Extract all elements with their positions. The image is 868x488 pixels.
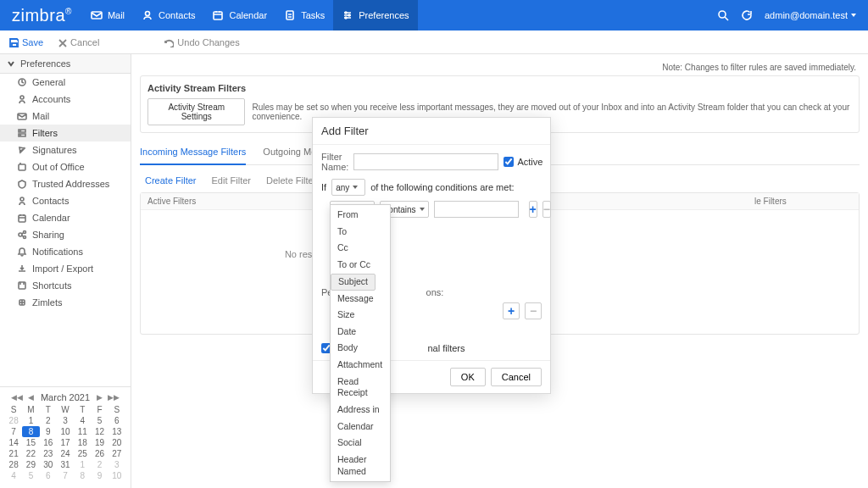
cal-day[interactable]: 1 [22,415,39,426]
cal-day[interactable]: 4 [5,470,22,481]
cal-day[interactable]: 3 [57,415,74,426]
condition-value-input[interactable] [434,201,519,218]
cal-day[interactable]: 17 [57,437,74,448]
cal-day[interactable]: 14 [5,437,22,448]
cal-day[interactable]: 15 [22,437,39,448]
cal-day[interactable]: 19 [91,437,108,448]
cal-day[interactable]: 23 [40,448,57,459]
dropdown-option[interactable]: To [331,224,390,241]
cal-day[interactable]: 2 [91,459,108,470]
nav-calendar[interactable]: Calendar [203,0,275,30]
cal-day[interactable]: 11 [74,426,91,437]
sidebar-item-notifications[interactable]: Notifications [0,243,131,260]
sidebar-item-mail[interactable]: Mail [0,108,131,125]
dropdown-option[interactable]: Cc [331,240,390,257]
cal-day[interactable]: 21 [5,448,22,459]
dropdown-option[interactable]: To or Cc [331,257,390,274]
cal-day[interactable]: 6 [108,415,125,426]
tab-incoming[interactable]: Incoming Message Filters [140,141,246,165]
cal-day[interactable]: 25 [74,448,91,459]
cal-day[interactable]: 13 [108,426,125,437]
add-action-button[interactable]: + [503,302,520,319]
dropdown-option[interactable]: Address in [331,402,390,419]
edit-filter[interactable]: Edit Filter [212,175,251,186]
sidebar-header[interactable]: Preferences [0,54,131,74]
cal-day[interactable]: 10 [108,470,125,481]
cal-day[interactable]: 7 [57,470,74,481]
cal-day[interactable]: 31 [57,459,74,470]
dropdown-option[interactable]: Body [331,340,390,357]
add-condition-button[interactable]: + [529,201,537,218]
cal-day[interactable]: 26 [91,448,108,459]
cal-day[interactable]: 8 [74,470,91,481]
nav-mail[interactable]: Mail [82,0,133,30]
cal-day[interactable]: 12 [91,426,108,437]
dialog-cancel-button[interactable]: Cancel [491,368,542,386]
cal-day[interactable]: 16 [40,437,57,448]
dropdown-option[interactable]: Date [331,324,390,341]
match-select[interactable]: any [331,179,365,196]
cal-day[interactable]: 5 [22,470,39,481]
cal-day[interactable]: 27 [108,448,125,459]
cal-day[interactable]: 28 [5,459,22,470]
user-menu[interactable]: admin@domain.test [765,10,856,20]
cancel-button[interactable]: Cancel [57,37,99,47]
sidebar-item-accounts[interactable]: Accounts [0,91,131,108]
cal-prev-month[interactable]: ◀ [28,393,34,402]
dropdown-option[interactable]: Read Receipt [331,374,390,402]
cal-day[interactable]: 4 [74,415,91,426]
dropdown-option[interactable]: From [331,207,390,224]
dropdown-option[interactable]: Attachment [331,357,390,374]
refresh-button[interactable] [741,9,753,21]
remove-action-button[interactable]: − [525,302,542,319]
delete-filter[interactable]: Delete Filter [266,175,316,186]
save-button[interactable]: Save [8,37,43,47]
cal-day[interactable]: 3 [108,459,125,470]
cal-day[interactable]: 28 [5,415,22,426]
cal-day[interactable]: 10 [57,426,74,437]
cal-day[interactable]: 18 [74,437,91,448]
sidebar-item-out-of-office[interactable]: Out of Office [0,158,131,175]
cal-day[interactable]: 8 [22,426,39,437]
dropdown-option[interactable]: Social [331,435,390,452]
sidebar-item-trusted-addresses[interactable]: Trusted Addresses [0,175,131,192]
nav-contacts[interactable]: Contacts [133,0,203,30]
sidebar-item-zimlets[interactable]: Zimlets [0,294,131,311]
activity-stream-settings-button[interactable]: Activity Stream Settings [147,98,245,125]
nav-preferences[interactable]: Preferences [333,0,417,30]
create-filter[interactable]: Create Filter [145,175,197,186]
sidebar-item-shortcuts[interactable]: Shortcuts [0,277,131,294]
sidebar-item-contacts[interactable]: Contacts [0,192,131,209]
filter-name-input[interactable] [353,153,498,170]
dropdown-option[interactable]: Header Named [331,452,390,480]
dropdown-option[interactable]: Size [331,307,390,324]
cal-day[interactable]: 9 [40,426,57,437]
cal-day[interactable]: 22 [22,448,39,459]
dropdown-option[interactable]: Calendar [331,419,390,435]
cal-next-year[interactable]: ▶▶ [108,393,120,402]
dropdown-option[interactable]: Subject [331,274,376,291]
sidebar-item-general[interactable]: General [0,74,131,91]
cal-next-month[interactable]: ▶ [97,393,103,402]
cal-day[interactable]: 5 [91,415,108,426]
sidebar-item-import-export[interactable]: Import / Export [0,260,131,277]
cal-prev-year[interactable]: ◀◀ [11,393,23,402]
ok-button[interactable]: OK [450,368,486,386]
undo-button[interactable]: Undo Changes [164,37,239,47]
sidebar-item-filters[interactable]: Filters [0,125,131,141]
sidebar-item-signatures[interactable]: Signatures [0,141,131,158]
search-button[interactable] [717,9,729,21]
sidebar-item-sharing[interactable]: Sharing [0,226,131,243]
cal-day[interactable]: 1 [74,459,91,470]
cal-day[interactable]: 2 [40,415,57,426]
remove-condition-button[interactable]: − [542,201,551,218]
cal-day[interactable]: 30 [40,459,57,470]
active-checkbox[interactable] [504,157,514,167]
cal-day[interactable]: 6 [40,470,57,481]
cal-day[interactable]: 9 [91,470,108,481]
dropdown-option[interactable]: Message [331,291,390,308]
cal-day[interactable]: 20 [108,437,125,448]
cal-day[interactable]: 7 [5,426,22,437]
sidebar-item-calendar[interactable]: Calendar [0,209,131,226]
nav-tasks[interactable]: Tasks [275,0,333,30]
